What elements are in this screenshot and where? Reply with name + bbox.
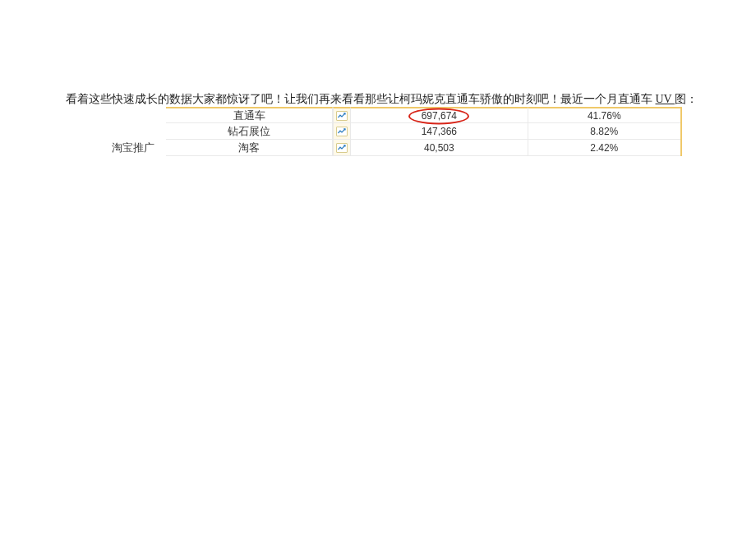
- row-pct: 8.82%: [528, 123, 680, 140]
- trend-cell[interactable]: [333, 140, 351, 156]
- trend-icon: [336, 111, 348, 121]
- trend-cell[interactable]: [333, 123, 351, 140]
- row-pct: 41.76%: [528, 107, 680, 123]
- row-value: 147,366: [351, 123, 528, 140]
- row-pct: 2.42%: [528, 140, 680, 156]
- row-name: 淘客: [166, 140, 333, 156]
- table-row: 钻石展位 147,366 8.82%: [104, 123, 680, 140]
- intro-suffix: 图：: [675, 93, 698, 105]
- category-label-placeholder: [104, 123, 166, 140]
- promo-table: 直通车 697,674 41.76% 钻石展位 147,366 8.82% 淘宝…: [104, 107, 682, 156]
- trend-icon: [336, 127, 348, 136]
- row-value: 697,674: [351, 107, 528, 123]
- intro-text: 看着这些快速成长的数据大家都惊讶了吧！让我们再来看看那些让柯玛妮克直通车骄傲的时…: [66, 92, 698, 107]
- table-row: 直通车 697,674 41.76%: [104, 107, 680, 123]
- value-text: 697,674: [422, 110, 457, 122]
- row-value: 40,503: [351, 140, 528, 156]
- trend-cell[interactable]: [333, 107, 351, 123]
- row-name: 钻石展位: [166, 123, 333, 140]
- uv-label: UV: [656, 93, 675, 105]
- row-name: 直通车: [166, 107, 333, 123]
- category-label: 淘宝推广: [104, 140, 166, 156]
- intro-prefix: 看着这些快速成长的数据大家都惊讶了吧！让我们再来看看那些让柯玛妮克直通车骄傲的时…: [66, 93, 656, 105]
- table-row: 淘宝推广 淘客 40,503 2.42%: [104, 140, 680, 156]
- category-label-placeholder: [104, 107, 166, 123]
- trend-icon: [336, 143, 348, 153]
